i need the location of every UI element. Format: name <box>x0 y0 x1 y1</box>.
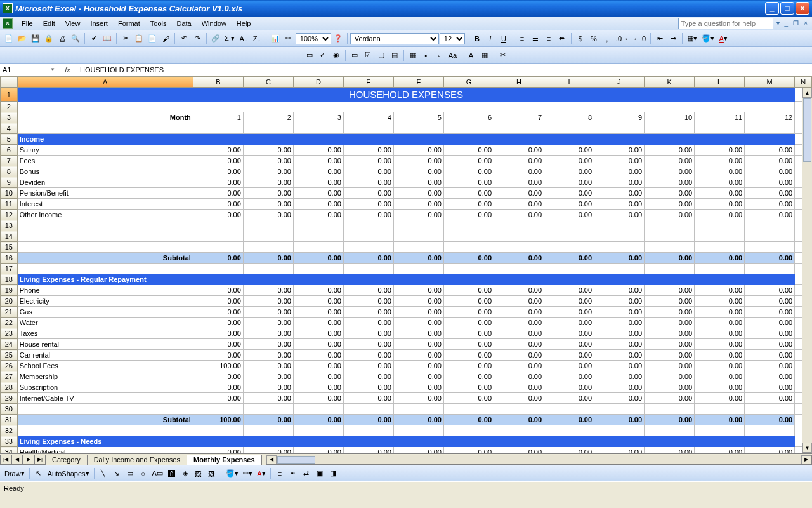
cell[interactable]: 0.00 <box>745 145 795 156</box>
cell[interactable]: 0.00 <box>293 177 343 188</box>
cell[interactable]: 0.00 <box>343 199 393 210</box>
cell[interactable]: 0.00 <box>443 285 494 296</box>
shadow-button[interactable]: ▣ <box>313 467 326 480</box>
form-tool-13[interactable]: ▦ <box>478 49 491 62</box>
cell[interactable]: 0.00 <box>544 177 594 188</box>
row-label[interactable]: Car rental <box>17 350 193 361</box>
cell[interactable]: 0.00 <box>645 177 695 188</box>
cell[interactable]: 0.00 <box>393 393 443 404</box>
cell[interactable]: 0.00 <box>193 339 243 350</box>
cell[interactable]: 0.00 <box>544 328 594 339</box>
cell[interactable]: 0.00 <box>243 361 293 371</box>
cell[interactable]: 0.00 <box>343 177 393 188</box>
cell[interactable]: 0.00 <box>645 328 695 339</box>
hyperlink-button[interactable]: 🔗 <box>209 32 222 45</box>
fill-color-button[interactable]: 🪣▾ <box>700 32 716 45</box>
cell[interactable]: 0.00 <box>443 328 494 339</box>
form-tool-14[interactable]: ✂ <box>497 49 509 62</box>
menu-format[interactable]: Format <box>113 18 145 29</box>
cell[interactable]: 0.00 <box>343 328 393 339</box>
subtotal-cell[interactable]: 0.00 <box>494 415 544 425</box>
form-tool-4[interactable]: ▭ <box>348 49 361 62</box>
cell[interactable]: 0.00 <box>745 318 795 328</box>
cell[interactable]: 0.00 <box>544 350 594 361</box>
cell[interactable]: 0.00 <box>343 371 393 382</box>
tab-nav-first[interactable]: |◀ <box>0 455 11 465</box>
row-label[interactable]: Phone <box>17 285 193 296</box>
open-button[interactable]: 📂 <box>16 32 29 45</box>
menu-help[interactable]: Help <box>232 18 256 29</box>
cell[interactable]: 0.00 <box>243 350 293 361</box>
spellcheck-button[interactable]: ✔ <box>88 32 100 45</box>
row-header-1[interactable]: 1 <box>1 88 18 102</box>
spreadsheet-grid[interactable]: ABCDEFGHIJKLMN1HOUSEHOLD EXPENSES23Month… <box>0 76 812 453</box>
form-tool-6[interactable]: ▢ <box>375 49 388 62</box>
section-header[interactable]: Living Expenses - Needs <box>17 436 795 447</box>
align-left-button[interactable]: ≡ <box>516 32 528 45</box>
cell[interactable]: 0.00 <box>293 188 343 199</box>
borders-button[interactable]: ▦▾ <box>685 32 699 45</box>
cell[interactable]: 0.00 <box>645 307 695 318</box>
fill-color-draw-button[interactable]: 🪣▾ <box>224 467 240 480</box>
subtotal-cell[interactable]: 0.00 <box>695 415 745 425</box>
increase-indent-button[interactable]: ⇥ <box>667 32 679 45</box>
cell[interactable]: 0.00 <box>544 188 594 199</box>
subtotal-cell[interactable]: 0.00 <box>695 253 745 264</box>
cell[interactable]: 0.00 <box>393 285 443 296</box>
cell[interactable]: 0.00 <box>745 188 795 199</box>
tab-nav-next[interactable]: ▶ <box>23 455 34 465</box>
cell[interactable]: 0.00 <box>544 145 594 156</box>
cell[interactable]: 0.00 <box>544 199 594 210</box>
cell[interactable]: 0.00 <box>243 285 293 296</box>
row-label[interactable]: Health/Medical <box>17 447 193 454</box>
cell[interactable]: 0.00 <box>745 350 795 361</box>
cell[interactable]: 0.00 <box>695 371 745 382</box>
subtotal-cell[interactable]: 0.00 <box>193 253 243 264</box>
row-label[interactable]: Membership <box>17 371 193 382</box>
cell[interactable]: 0.00 <box>343 156 393 166</box>
cell[interactable]: 0.00 <box>745 339 795 350</box>
diagram-button[interactable]: ◈ <box>179 467 192 480</box>
cell[interactable]: 0.00 <box>494 177 544 188</box>
font-color-draw-button[interactable]: A▾ <box>255 467 268 480</box>
cell[interactable]: 0.00 <box>645 361 695 371</box>
row-header-17[interactable]: 17 <box>1 264 18 274</box>
cell[interactable]: 0.00 <box>544 307 594 318</box>
cell[interactable]: 0.00 <box>544 339 594 350</box>
cell[interactable]: 0.00 <box>594 361 645 371</box>
cell[interactable]: 0.00 <box>645 371 695 382</box>
cell[interactable]: 0.00 <box>393 199 443 210</box>
cell[interactable]: 0.00 <box>695 393 745 404</box>
month-col[interactable]: 12 <box>745 112 795 123</box>
row-header-13[interactable]: 13 <box>1 220 18 231</box>
cell[interactable]: 0.00 <box>695 188 745 199</box>
cell[interactable]: 0.00 <box>243 307 293 318</box>
help-search-input[interactable] <box>678 18 773 29</box>
cell[interactable]: 0.00 <box>193 145 243 156</box>
row-label[interactable]: Other Income <box>17 210 193 220</box>
doc-minimize-button[interactable]: _ <box>783 18 790 28</box>
cell[interactable]: 0.00 <box>594 199 645 210</box>
cell[interactable]: 0.00 <box>243 447 293 454</box>
format-painter-button[interactable]: 🖌 <box>159 32 172 45</box>
cell[interactable]: 0.00 <box>645 199 695 210</box>
sheet-tab-category[interactable]: Category <box>45 455 88 465</box>
col-header-I[interactable]: I <box>544 77 594 88</box>
cell[interactable]: 0.00 <box>243 296 293 307</box>
cell[interactable]: 0.00 <box>745 371 795 382</box>
cell[interactable]: 100.00 <box>193 361 243 371</box>
subtotal-cell[interactable]: 0.00 <box>343 415 393 425</box>
cell[interactable]: 0.00 <box>443 296 494 307</box>
horizontal-scrollbar[interactable]: ◀ ▶ <box>266 455 812 465</box>
cell[interactable]: 0.00 <box>494 318 544 328</box>
col-header-D[interactable]: D <box>293 77 343 88</box>
cell[interactable]: 0.00 <box>293 447 343 454</box>
cell[interactable]: 0.00 <box>645 296 695 307</box>
cell[interactable]: 0.00 <box>393 145 443 156</box>
row-header-8[interactable]: 8 <box>1 166 18 177</box>
cell[interactable]: 0.00 <box>193 166 243 177</box>
line-button[interactable]: ╲ <box>97 467 110 480</box>
rectangle-button[interactable]: ▭ <box>124 467 136 480</box>
form-tool-2[interactable]: ✓ <box>317 49 329 62</box>
cell[interactable]: 0.00 <box>443 188 494 199</box>
